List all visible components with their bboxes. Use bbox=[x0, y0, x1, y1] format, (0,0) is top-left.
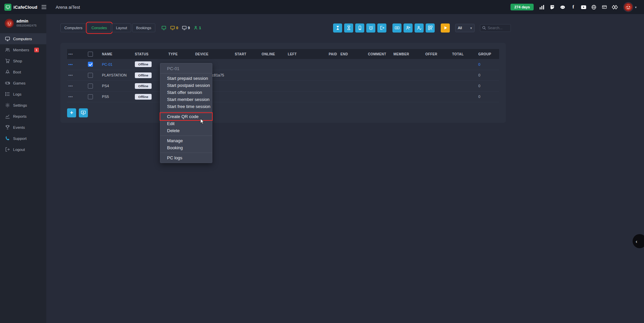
col-offer: OFFER bbox=[424, 49, 451, 59]
tab-layout[interactable]: Layout bbox=[112, 23, 131, 32]
user-add-button[interactable] bbox=[404, 23, 413, 33]
cell-total bbox=[451, 70, 477, 80]
import-console-button[interactable] bbox=[79, 108, 88, 117]
add-console-button[interactable]: + bbox=[67, 108, 76, 117]
sidebar-item-settings[interactable]: Settings bbox=[0, 100, 46, 111]
globe-icon[interactable] bbox=[591, 4, 597, 10]
tab-computers[interactable]: Computers bbox=[60, 23, 87, 32]
menu-item-start-postpaid-session[interactable]: Start postpaid session bbox=[160, 82, 212, 89]
sidebar-avatar[interactable] bbox=[5, 19, 14, 28]
checkout-button[interactable] bbox=[377, 23, 386, 33]
sidebar-item-support[interactable]: Support bbox=[0, 133, 46, 144]
context-menu-group-edit: Create QR code Edit Delete bbox=[160, 112, 212, 136]
facebook-icon[interactable]: f bbox=[570, 4, 576, 10]
members-online-count: 1 bbox=[199, 26, 201, 30]
menu-item-booking[interactable]: Booking bbox=[160, 144, 212, 151]
status-badge: Offline bbox=[135, 61, 152, 67]
discord-icon[interactable] bbox=[560, 4, 566, 10]
sidebar-item-boot[interactable]: Boot bbox=[0, 66, 46, 77]
brand-icon[interactable] bbox=[612, 4, 618, 10]
main-content: Computers Consoles Layout Bookings 0 9 1 bbox=[46, 14, 644, 323]
controls-row: Computers Consoles Layout Bookings 0 9 1 bbox=[60, 23, 511, 33]
license-days-badge[interactable]: 274 days bbox=[511, 4, 533, 10]
row-checkbox[interactable] bbox=[88, 62, 93, 67]
col-member: MEMBER bbox=[392, 49, 424, 59]
menu-item-pc-logs[interactable]: PC logs bbox=[160, 154, 212, 161]
sidebar-item-logout[interactable]: Logout bbox=[0, 144, 46, 155]
cell-total bbox=[451, 59, 477, 70]
member-add-button[interactable] bbox=[415, 23, 424, 33]
cell-start bbox=[233, 70, 260, 80]
sidebar-item-games[interactable]: Games bbox=[0, 77, 46, 89]
cash-button[interactable] bbox=[392, 23, 401, 33]
group-link[interactable]: 0 bbox=[478, 62, 480, 66]
console-name-link[interactable]: PC-01 bbox=[102, 62, 112, 66]
cell-left bbox=[286, 59, 327, 70]
hourglass-button[interactable] bbox=[333, 23, 342, 33]
cell-comment bbox=[367, 91, 392, 102]
cell-start bbox=[233, 91, 260, 102]
filter-select[interactable]: All ▾ bbox=[455, 24, 475, 32]
youtube-icon[interactable] bbox=[581, 4, 587, 10]
row-actions-button[interactable]: ••• bbox=[68, 84, 73, 88]
twitch-icon[interactable] bbox=[549, 4, 555, 10]
sidebar-item-label: Logs bbox=[13, 92, 21, 96]
menu-item-create-qr-code[interactable]: Create QR code bbox=[160, 113, 212, 120]
sidebar-item-computers[interactable]: Computers bbox=[0, 33, 46, 44]
menu-item-delete[interactable]: Delete bbox=[160, 127, 212, 134]
qr-scan-button[interactable] bbox=[426, 23, 435, 33]
row-actions-button[interactable]: ••• bbox=[68, 95, 73, 99]
sidebar-item-reports[interactable]: Reports bbox=[0, 111, 46, 122]
context-menu-group-manage: Manage Booking bbox=[160, 136, 212, 153]
cell-left bbox=[286, 91, 327, 102]
menu-item-start-prepaid-session[interactable]: Start prepaid session bbox=[160, 75, 212, 82]
row-checkbox[interactable] bbox=[88, 94, 93, 99]
row-checkbox[interactable] bbox=[88, 84, 93, 89]
cell-paid bbox=[327, 91, 339, 102]
consoles-table: ••• NAME STATUS TYPE DEVICE START ONLINE… bbox=[67, 49, 499, 102]
chat-widget-button[interactable]: ‹ bbox=[633, 234, 644, 248]
busy-pcs-count: 0 bbox=[176, 26, 178, 30]
cell-online bbox=[260, 70, 286, 80]
sidebar-user: admin 005193482475 bbox=[0, 14, 46, 33]
row-actions-button[interactable]: ••• bbox=[68, 63, 73, 66]
alarm-button[interactable] bbox=[366, 23, 375, 33]
mobile-button[interactable] bbox=[355, 23, 364, 33]
menu-item-start-offer-session[interactable]: Start offer session bbox=[160, 89, 212, 96]
sidebar-item-members[interactable]: Members 1 bbox=[0, 44, 46, 55]
avatar bbox=[623, 2, 633, 12]
logout-icon bbox=[5, 147, 10, 152]
menu-item-manage[interactable]: Manage bbox=[160, 137, 212, 144]
start-button[interactable] bbox=[441, 23, 450, 33]
cell-member bbox=[392, 91, 424, 102]
row-actions-button[interactable]: ••• bbox=[68, 73, 73, 77]
sidebar-item-shop[interactable]: Shop bbox=[0, 55, 46, 66]
sidebar-item-label: Support bbox=[13, 137, 26, 141]
tab-bookings[interactable]: Bookings bbox=[132, 23, 155, 32]
tab-consoles[interactable]: Consoles bbox=[88, 23, 111, 32]
user-avatar-menu[interactable]: ▾ bbox=[623, 2, 637, 12]
sidebar-item-logs[interactable]: Logs bbox=[0, 89, 46, 100]
menu-item-start-member-session[interactable]: Start member session bbox=[160, 96, 212, 103]
cell-paid bbox=[327, 59, 339, 70]
hamburger-menu-icon[interactable] bbox=[41, 4, 47, 10]
select-all-checkbox[interactable] bbox=[88, 52, 93, 57]
member-online-icon bbox=[194, 25, 198, 30]
group-value: 0 bbox=[478, 95, 480, 99]
members-count-badge: 1 bbox=[34, 48, 39, 52]
select-chevron-icon: ▾ bbox=[470, 26, 472, 30]
col-left: LEFT bbox=[286, 49, 327, 59]
card-icon[interactable] bbox=[601, 4, 607, 10]
header-actions-menu[interactable]: ••• bbox=[68, 52, 73, 56]
sidebar-item-label: Settings bbox=[13, 103, 27, 107]
sidebar-item-label: Shop bbox=[13, 59, 22, 63]
col-total: TOTAL bbox=[451, 49, 477, 59]
row-checkbox[interactable] bbox=[88, 73, 93, 78]
status-badge: Offline bbox=[135, 72, 152, 78]
sidebar-item-events[interactable]: Events bbox=[0, 122, 46, 133]
table-header-row: ••• NAME STATUS TYPE DEVICE START ONLINE… bbox=[67, 49, 499, 59]
timer-button[interactable] bbox=[344, 23, 353, 33]
menu-item-edit[interactable]: Edit bbox=[160, 120, 212, 127]
menu-item-start-free-time-session[interactable]: Start free time session bbox=[160, 103, 212, 110]
stats-icon[interactable] bbox=[539, 4, 545, 10]
